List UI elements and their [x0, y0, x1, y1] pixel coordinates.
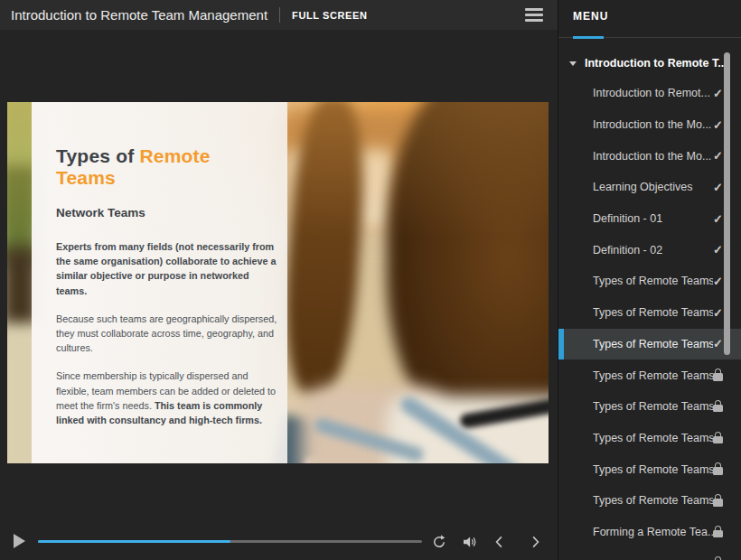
menu-scrollbar-thumb[interactable] [724, 52, 730, 355]
replay-icon [431, 534, 447, 550]
menu-parent-item[interactable]: Introduction to Remote T... [558, 49, 741, 78]
course-player-window: Introduction to Remote Team Management F… [0, 0, 741, 560]
menu-item-label: Types of Remote Teams... [593, 494, 713, 507]
menu-item[interactable]: Introduction to the Mo...✓ [558, 109, 741, 141]
next-button[interactable] [526, 533, 544, 551]
caret-down-icon [569, 61, 577, 66]
lock-icon [713, 373, 723, 381]
volume-button[interactable] [460, 533, 478, 551]
check-icon: ✓ [713, 181, 723, 194]
course-title: Introduction to Remote Team Management [11, 7, 267, 23]
lock-icon [713, 530, 723, 538]
slide-paragraph-2: Because such teams are geographically di… [56, 312, 280, 356]
menu-item-label: Types of Remote Teams... [593, 306, 713, 319]
menu-item-label: Types of Remote Teams... [593, 463, 713, 476]
menu-item-label: Introduction to the Mo... [593, 150, 713, 163]
menu-item[interactable]: Types of Remote Teams...✓ [558, 297, 741, 329]
volume-icon [461, 534, 477, 550]
menu-item[interactable]: Forming a Remote Tea... [558, 517, 741, 548]
menu-item[interactable]: Definition - 01✓ [558, 203, 741, 235]
replay-button[interactable] [430, 533, 448, 551]
slide-paragraph-1: Experts from many fields (not necessaril… [56, 239, 280, 298]
check-icon: ✓ [713, 149, 723, 163]
lock-icon [713, 436, 723, 444]
progress-fill [38, 540, 230, 543]
fullscreen-button[interactable]: FULL SCREEN [292, 10, 367, 21]
check-icon: ✓ [713, 275, 723, 288]
slide-title-prefix: Types of [56, 145, 139, 166]
menu-item[interactable]: Types of Remote Teams... [558, 485, 741, 517]
slide: Types of Remote Teams Network Teams Expe… [7, 102, 549, 463]
menu-item-label: Introduction to Remot... [593, 87, 713, 99]
menu-item-label: Types of Remote Teams... [593, 369, 713, 382]
menu-items: Introduction to Remot...✓Introduction to… [558, 78, 741, 560]
menu-item[interactable]: Introduction to the Mo...✓ [558, 140, 741, 172]
topbar: Introduction to Remote Team Management F… [0, 0, 558, 30]
menu-item[interactable]: Types of Remote Teams... [558, 453, 741, 485]
menu-item[interactable]: Introduction to Remot...✓ [558, 78, 741, 109]
previous-button[interactable] [491, 533, 509, 551]
lock-icon [713, 499, 723, 507]
menu-item-label: Types of Remote Teams... [593, 432, 713, 444]
menu-item-label: Types of Remote Teams... [593, 275, 713, 287]
check-icon: ✓ [713, 212, 723, 226]
lock-icon [713, 405, 723, 413]
main-region: Introduction to Remote Team Management F… [0, 0, 558, 560]
lock-icon [713, 467, 723, 475]
hamburger-menu-icon[interactable] [525, 8, 543, 22]
menu-item-label: Definition - 01 [593, 212, 713, 225]
menu-item[interactable]: Definition - 02✓ [558, 234, 741, 266]
seekbar[interactable] [38, 540, 422, 543]
menu-item-label: Types of Remote Teams... [593, 338, 713, 350]
slide-text-panel: Types of Remote Teams Network Teams Expe… [32, 102, 287, 463]
menu-item[interactable]: Types of Remote Teams...✓ [558, 329, 741, 360]
menu-item[interactable] [558, 547, 741, 560]
check-icon: ✓ [713, 337, 723, 350]
menu-item-label: Types of Remote Teams... [593, 400, 713, 413]
menu-item[interactable]: Types of Remote Teams... [558, 391, 741, 423]
topbar-divider [279, 7, 280, 23]
menu-item[interactable]: Types of Remote Teams...✓ [558, 266, 741, 297]
slide-subtitle: Network Teams [56, 206, 275, 219]
menu-header: MENU [558, 0, 741, 38]
menu-item[interactable]: Types of Remote Teams... [558, 359, 741, 391]
menu-parent-label: Introduction to Remote T... [585, 57, 727, 70]
menu-tab[interactable]: MENU [573, 10, 608, 23]
chevron-right-icon [527, 534, 543, 550]
check-icon: ✓ [713, 118, 723, 132]
slide-paragraph-3: Since membership is typically dispersed … [56, 369, 280, 427]
slide-title: Types of Remote Teams [56, 145, 275, 189]
menu-item-label: Introduction to the Mo... [593, 118, 713, 131]
sidebar: MENU Introduction to Remote T... Introdu… [558, 0, 741, 560]
menu-item-label: Learning Objectives [593, 181, 713, 193]
player-bar [0, 522, 558, 560]
check-icon: ✓ [713, 87, 723, 100]
menu-item-label: Definition - 02 [593, 244, 713, 257]
chevron-left-icon [492, 534, 508, 550]
check-icon: ✓ [713, 243, 723, 257]
check-icon: ✓ [713, 306, 723, 320]
play-button[interactable] [14, 534, 25, 548]
menu-item-label: Forming a Remote Tea... [593, 526, 713, 538]
menu-item[interactable]: Learning Objectives✓ [558, 172, 741, 203]
menu-list: Introduction to Remote T... Introduction… [558, 38, 741, 560]
menu-item[interactable]: Types of Remote Teams... [558, 423, 741, 454]
